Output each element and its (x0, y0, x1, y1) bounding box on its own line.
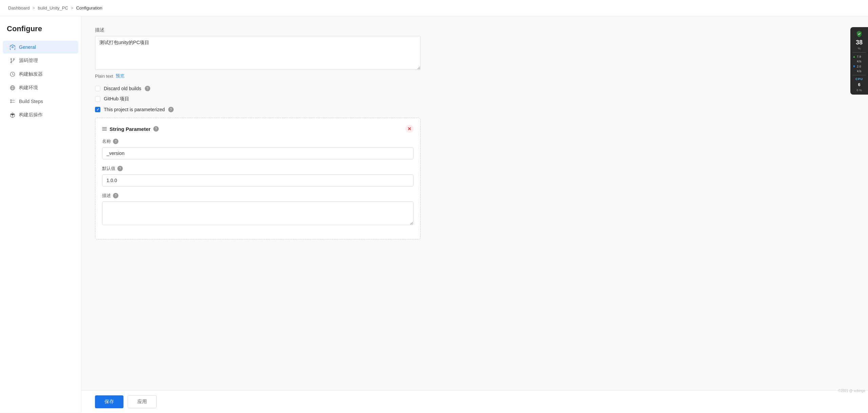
net-upload-row: ▲ 7.9 (852, 55, 866, 58)
preview-link[interactable]: 预览 (116, 73, 124, 79)
gear-icon (9, 44, 16, 50)
param-name-group: 名称 ? (102, 138, 413, 159)
branch-icon (9, 58, 16, 64)
github-project-label: GitHub 项目 (104, 96, 129, 102)
sidebar-item-buildsteps-label: Build Steps (19, 99, 43, 104)
parameterized-row: This project is parameterized ? (95, 107, 854, 112)
param-name-label-row: 名称 ? (102, 138, 413, 144)
download-arrow-icon: ▼ (852, 64, 856, 68)
sidebar-item-trigger-label: 构建触发器 (19, 71, 43, 77)
sys-monitor-widget: 38 % ▲ 7.9 K/s ▼ 2.0 K/s CPU 6 6 % (850, 27, 868, 95)
sidebar-item-buildsteps[interactable]: Build Steps (3, 95, 78, 108)
sidebar-item-source-label: 源码管理 (19, 58, 38, 64)
main-content: 描述 Plain text 预览 Discard old builds ? Gi… (81, 16, 868, 413)
param-close-button[interactable]: ✕ (405, 125, 413, 133)
plain-text-label: Plain text (95, 74, 113, 79)
upload-value: 7.9 (857, 55, 861, 58)
param-card-title-row: String Parameter ? (102, 126, 159, 132)
monitor-divider-1 (852, 52, 866, 53)
description-group: 描述 Plain text 预览 (95, 27, 854, 79)
param-desc-label: 描述 (102, 193, 111, 199)
shield-icon (855, 30, 863, 38)
svg-point-2 (14, 59, 15, 60)
cpu-label: CPU (855, 77, 863, 81)
param-default-input[interactable] (102, 174, 413, 186)
list-icon (9, 98, 16, 104)
drag-handle-icon[interactable] (102, 127, 107, 131)
upload-unit: K/s (857, 60, 861, 63)
svg-rect-8 (11, 102, 12, 103)
sidebar-item-env-label: 构建环境 (19, 85, 38, 91)
param-card-title: String Parameter (110, 126, 151, 132)
copyright-text: ©2021 @ xcbingo (838, 389, 865, 393)
parameterized-checkbox[interactable] (95, 107, 100, 112)
globe-icon (9, 85, 16, 91)
svg-point-0 (12, 46, 13, 48)
text-format-row: Plain text 预览 (95, 73, 854, 79)
param-desc-group: 描述 ? (102, 193, 413, 226)
parameterized-label: This project is parameterized (104, 107, 165, 112)
github-project-checkbox[interactable] (95, 96, 100, 102)
clock-icon (9, 71, 16, 77)
discard-old-builds-checkbox[interactable] (95, 86, 100, 91)
sidebar-item-general[interactable]: General (3, 41, 78, 54)
discard-help-icon[interactable]: ? (145, 86, 150, 91)
param-default-help-icon[interactable]: ? (117, 166, 123, 171)
download-value: 2.0 (857, 65, 861, 68)
monitor-divider-2 (852, 75, 866, 75)
cpu-percentage-value: 38 (856, 39, 863, 45)
param-name-label: 名称 (102, 138, 111, 144)
breadcrumb-dashboard[interactable]: Dashboard (8, 5, 30, 11)
cpu-bar-value: 6 (858, 82, 860, 87)
apply-button[interactable]: 应用 (128, 395, 157, 408)
description-textarea[interactable] (95, 36, 421, 70)
cube-icon (9, 112, 16, 118)
sidebar: Configure General 源码管理 (0, 16, 81, 413)
net-download-row: ▼ 2.0 (852, 64, 866, 68)
cpu-bar-pct: 6 % (856, 88, 862, 92)
breadcrumb-build[interactable]: build_Unity_PC (38, 5, 68, 11)
param-name-help-icon[interactable]: ? (113, 139, 118, 144)
save-button[interactable]: 保存 (95, 395, 123, 408)
svg-point-3 (11, 62, 12, 63)
breadcrumb-sep-2: > (71, 5, 74, 11)
breadcrumb-configuration: Configuration (76, 5, 102, 11)
string-param-card: String Parameter ? ✕ 名称 ? 默认值 ? (95, 118, 421, 239)
param-default-label-row: 默认值 ? (102, 165, 413, 172)
param-default-label: 默认值 (102, 165, 115, 172)
action-bar: 保存 应用 (81, 390, 868, 413)
discard-old-builds-label: Discard old builds (104, 86, 141, 91)
sidebar-title: Configure (0, 24, 81, 40)
description-label: 描述 (95, 27, 854, 33)
param-desc-help-icon[interactable]: ? (113, 193, 118, 198)
sidebar-item-source[interactable]: 源码管理 (3, 54, 78, 67)
param-desc-label-row: 描述 ? (102, 193, 413, 199)
param-name-input[interactable] (102, 147, 413, 159)
sidebar-item-general-label: General (19, 44, 36, 50)
svg-point-1 (11, 59, 12, 60)
discard-old-builds-row: Discard old builds ? (95, 86, 854, 91)
param-desc-textarea[interactable] (102, 201, 413, 225)
sidebar-item-post-label: 构建后操作 (19, 112, 43, 118)
sidebar-item-post[interactable]: 构建后操作 (3, 109, 78, 121)
sidebar-item-env[interactable]: 构建环境 (3, 81, 78, 94)
param-card-header: String Parameter ? ✕ (102, 125, 413, 133)
parameterized-help-icon[interactable]: ? (168, 107, 174, 112)
param-default-group: 默认值 ? (102, 165, 413, 186)
github-project-row: GitHub 项目 (95, 96, 854, 102)
download-unit: K/s (857, 70, 861, 73)
string-param-help-icon[interactable]: ? (153, 126, 159, 132)
breadcrumb: Dashboard > build_Unity_PC > Configurati… (0, 0, 868, 16)
cpu-percentage-unit: % (858, 47, 861, 50)
svg-rect-7 (11, 100, 12, 101)
sidebar-item-trigger[interactable]: 构建触发器 (3, 68, 78, 81)
upload-arrow-icon: ▲ (852, 55, 856, 58)
breadcrumb-sep-1: > (33, 5, 35, 11)
